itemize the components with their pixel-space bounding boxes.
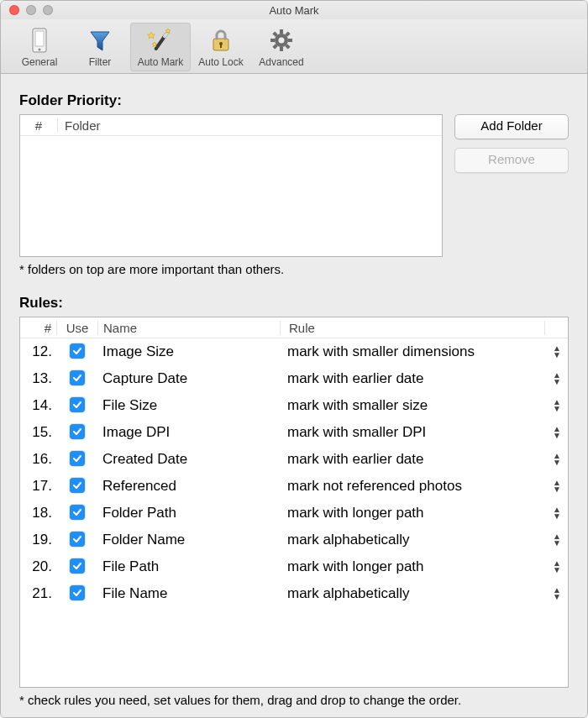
rule-row[interactable]: 13.Capture Datemark with earlier date▲▼: [20, 365, 568, 392]
rule-value: mark with longer path: [279, 505, 546, 521]
rule-row[interactable]: 15.Image DPImark with smaller DPI▲▼: [20, 419, 568, 446]
rule-stepper[interactable]: ▲▼: [546, 400, 568, 411]
rule-name: Referenced: [97, 478, 279, 495]
rules-header-name[interactable]: Name: [98, 321, 281, 335]
rule-stepper[interactable]: ▲▼: [546, 373, 568, 385]
zoom-window-button[interactable]: [43, 5, 53, 15]
chevron-down-icon: ▼: [553, 380, 561, 385]
rule-use-checkbox[interactable]: [70, 397, 85, 412]
rule-use-checkbox[interactable]: [70, 478, 85, 493]
chevron-down-icon: ▼: [553, 595, 561, 600]
rule-row[interactable]: 19.Folder Namemark alphabetically▲▼: [20, 527, 568, 553]
rule-row[interactable]: 17.Referencedmark not referenced photos▲…: [20, 473, 568, 500]
rule-use-cell: [57, 397, 97, 414]
rules-rows[interactable]: 12.Image Sizemark with smaller dimension…: [20, 338, 568, 687]
toolbar-tab-advanced[interactable]: Advanced: [251, 23, 312, 71]
rule-number: 21.: [20, 585, 57, 602]
rule-use-cell: [57, 424, 97, 441]
svg-point-20: [279, 38, 285, 44]
rule-value: mark alphabetically: [279, 585, 546, 602]
rule-value: mark with smaller DPI: [279, 424, 546, 441]
rule-use-cell: [57, 585, 97, 602]
rules-hint: * check rules you need, set values for t…: [19, 693, 569, 707]
toolbar-tab-label: Auto Lock: [191, 56, 251, 68]
toolbar-tab-auto-mark[interactable]: Auto Mark: [130, 23, 191, 71]
rule-number: 19.: [20, 532, 57, 548]
rule-use-checkbox[interactable]: [70, 505, 85, 520]
rule-use-checkbox[interactable]: [70, 424, 85, 439]
rule-name: File Path: [97, 558, 279, 575]
rule-number: 14.: [20, 397, 57, 414]
rule-name: Image Size: [97, 343, 279, 360]
rule-stepper[interactable]: ▲▼: [546, 534, 568, 546]
chevron-down-icon: ▼: [553, 541, 561, 546]
rules-header: # Use Name Rule: [20, 317, 568, 338]
rule-stepper[interactable]: ▲▼: [546, 561, 568, 573]
rule-stepper[interactable]: ▲▼: [546, 346, 568, 358]
svg-point-2: [39, 49, 41, 51]
folder-priority-label: Folder Priority:: [19, 92, 569, 109]
rule-use-checkbox[interactable]: [70, 558, 85, 574]
toolbar-tab-label: Filter: [70, 56, 130, 68]
folder-header-folder[interactable]: Folder: [58, 118, 442, 133]
rule-stepper[interactable]: ▲▼: [546, 427, 568, 438]
rule-use-cell: [57, 558, 97, 575]
svg-rect-1: [35, 31, 44, 46]
minimize-window-button[interactable]: [26, 5, 36, 15]
filter-icon: [70, 26, 130, 55]
toolbar-tab-label: Advanced: [251, 56, 312, 68]
rule-row[interactable]: 18.Folder Pathmark with longer path▲▼: [20, 500, 568, 527]
rule-value: mark alphabetically: [279, 532, 546, 548]
rule-use-checkbox[interactable]: [70, 370, 85, 385]
rule-row[interactable]: 12.Image Sizemark with smaller dimension…: [20, 338, 568, 365]
rule-name: Folder Name: [97, 532, 279, 548]
folder-header-num[interactable]: #: [20, 118, 58, 133]
chevron-down-icon: ▼: [553, 406, 561, 411]
svg-rect-13: [280, 47, 283, 51]
rule-name: Capture Date: [97, 370, 279, 387]
rule-number: 20.: [20, 558, 57, 575]
general-icon: [9, 26, 70, 55]
rule-use-cell: [57, 451, 97, 468]
window-title: Auto Mark: [1, 4, 587, 17]
rule-number: 16.: [20, 451, 57, 468]
rule-use-checkbox[interactable]: [70, 343, 85, 359]
chevron-down-icon: ▼: [553, 353, 561, 358]
add-folder-button[interactable]: Add Folder: [454, 114, 569, 139]
rule-row[interactable]: 20.File Pathmark with longer path▲▼: [20, 553, 568, 580]
rules-header-rule[interactable]: Rule: [281, 321, 545, 335]
rule-stepper[interactable]: ▲▼: [546, 480, 568, 492]
titlebar: Auto Mark: [1, 1, 587, 19]
toolbar-tab-filter[interactable]: Filter: [70, 23, 130, 71]
rule-use-cell: [57, 370, 97, 387]
lock-icon: [191, 26, 251, 55]
rule-use-checkbox[interactable]: [70, 532, 85, 547]
gear-icon: [251, 26, 312, 55]
rule-value: mark with smaller size: [279, 397, 546, 414]
folder-priority-list[interactable]: # Folder: [19, 114, 443, 257]
close-window-button[interactable]: [9, 5, 19, 15]
rule-stepper[interactable]: ▲▼: [546, 453, 568, 465]
rule-name: Folder Path: [97, 505, 279, 521]
toolbar-tab-general[interactable]: General: [9, 23, 70, 71]
rules-table: # Use Name Rule 12.Image Sizemark with s…: [19, 317, 569, 688]
rule-stepper[interactable]: ▲▼: [546, 507, 568, 519]
rules-header-use[interactable]: Use: [57, 321, 98, 335]
rule-use-cell: [57, 505, 97, 521]
rules-header-num[interactable]: #: [20, 321, 57, 335]
toolbar-tab-auto-lock[interactable]: Auto Lock: [191, 23, 251, 71]
rule-stepper[interactable]: ▲▼: [546, 588, 568, 600]
rule-value: mark with smaller dimensions: [279, 343, 546, 360]
rule-row[interactable]: 16.Created Datemark with earlier date▲▼: [20, 446, 568, 473]
rule-row[interactable]: 14.File Sizemark with smaller size▲▼: [20, 392, 568, 419]
rule-name: Image DPI: [97, 424, 279, 441]
rule-use-cell: [57, 532, 97, 548]
rule-use-checkbox[interactable]: [70, 451, 85, 466]
folder-priority-hint: * folders on top are more important than…: [19, 262, 569, 276]
rule-row[interactable]: 21.File Namemark alphabetically▲▼: [20, 580, 568, 607]
preferences-window: Auto Mark General Filter: [0, 0, 588, 718]
rule-use-checkbox[interactable]: [70, 585, 85, 600]
wand-icon: [130, 26, 191, 55]
svg-rect-15: [288, 39, 292, 42]
svg-rect-14: [270, 39, 275, 42]
